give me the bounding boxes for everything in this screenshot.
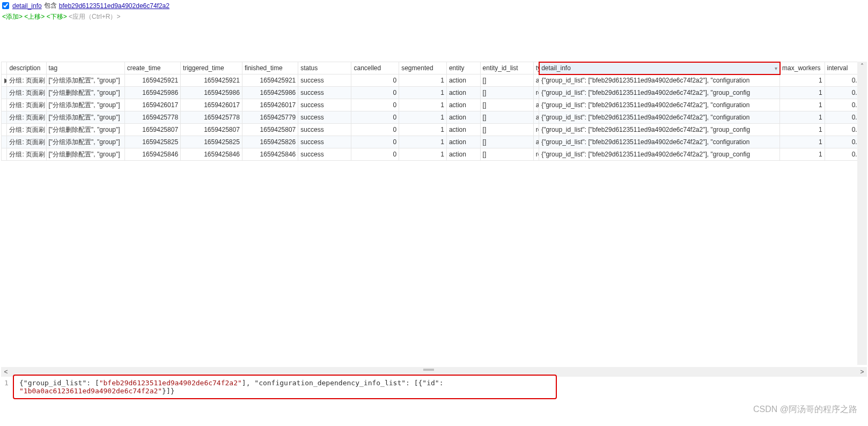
cell-cancelled[interactable]: 0 — [351, 136, 399, 148]
cell-max_workers[interactable]: 1 — [780, 111, 825, 124]
cell-detail_info[interactable]: {"group_id_list": ["bfeb29d6123511ed9a49… — [539, 148, 780, 161]
cell-entity[interactable]: action — [446, 136, 480, 148]
cell-create_time[interactable]: 1659425807 — [124, 124, 180, 136]
cell-finished_time[interactable]: 1659425921 — [242, 74, 298, 87]
cell-entity_id_list[interactable]: [] — [480, 111, 533, 124]
cell-detail_info[interactable]: {"group_id_list": ["bfeb29d6123511ed9a49… — [539, 136, 780, 148]
column-header-tag[interactable]: tag — [46, 62, 124, 74]
column-header-ptr[interactable] — [2, 62, 7, 74]
cell-status[interactable]: success — [298, 136, 351, 148]
column-header-segmented[interactable]: segmented — [399, 62, 447, 74]
column-header-description[interactable]: description — [7, 62, 46, 74]
scroll-up-icon[interactable]: ˄ — [857, 62, 867, 71]
cell-triggered_time[interactable]: 1659425986 — [181, 87, 242, 99]
cell-ptr[interactable] — [2, 136, 7, 148]
cell-cancelled[interactable]: 0 — [351, 99, 399, 111]
table-row[interactable]: 分组: 页面刷["分组删除配置", "group"]16594259861659… — [2, 87, 867, 99]
cell-entity_id_list[interactable]: [] — [480, 136, 533, 148]
cell-triggered_time[interactable]: 1659425921 — [181, 74, 242, 87]
column-header-finished_time[interactable]: finished_time — [242, 62, 298, 74]
cell-status[interactable]: success — [298, 148, 351, 161]
cell-entity_id_list[interactable]: [] — [480, 99, 533, 111]
filter-icon[interactable]: ▾ — [775, 65, 777, 71]
cell-triggered_time[interactable]: 1659425807 — [181, 124, 242, 136]
cell-finished_time[interactable]: 1659425846 — [242, 148, 298, 161]
cell-max_workers[interactable]: 1 — [780, 99, 825, 111]
cell-segmented[interactable]: 1 — [399, 148, 447, 161]
cell-ptr[interactable] — [2, 99, 7, 111]
cell-detail_info[interactable]: {"group_id_list": ["bfeb29d6123511ed9a49… — [539, 74, 780, 87]
cell-tag[interactable]: ["分组删除配置", "group"] — [46, 148, 124, 161]
cell-status[interactable]: success — [298, 74, 351, 87]
cell-tag[interactable]: ["分组添加配置", "group"] — [46, 99, 124, 111]
column-header-type_col[interactable]: ty — [533, 62, 539, 74]
cell-description[interactable]: 分组: 页面刷 — [7, 87, 46, 99]
cell-finished_time[interactable]: 1659425986 — [242, 87, 298, 99]
cell-triggered_time[interactable]: 1659425778 — [181, 111, 242, 124]
cell-description[interactable]: 分组: 页面刷 — [7, 74, 46, 87]
cell-finished_time[interactable]: 1659425807 — [242, 124, 298, 136]
cell-detail_info[interactable]: {"group_id_list": ["bfeb29d6123511ed9a49… — [539, 99, 780, 111]
cell-type_col[interactable]: re — [533, 87, 539, 99]
column-header-triggered_time[interactable]: triggered_time — [181, 62, 242, 74]
cell-max_workers[interactable]: 1 — [780, 87, 825, 99]
cell-type_col[interactable]: re — [533, 124, 539, 136]
cell-tag[interactable]: ["分组删除配置", "group"] — [46, 87, 124, 99]
cell-segmented[interactable]: 1 — [399, 124, 447, 136]
cell-max_workers[interactable]: 1 — [780, 124, 825, 136]
column-header-create_time[interactable]: create_time — [124, 62, 180, 74]
cell-cancelled[interactable]: 0 — [351, 124, 399, 136]
cell-finished_time[interactable]: 1659426017 — [242, 99, 298, 111]
scroll-right-icon[interactable]: > — [857, 367, 867, 377]
cell-description[interactable]: 分组: 页面刷 — [7, 124, 46, 136]
cell-create_time[interactable]: 1659425825 — [124, 136, 180, 148]
cell-finished_time[interactable]: 1659425779 — [242, 111, 298, 124]
add-action[interactable]: <添加> — [2, 13, 23, 20]
cell-entity[interactable]: action — [446, 148, 480, 161]
cell-ptr[interactable] — [2, 87, 7, 99]
column-header-max_workers[interactable]: max_workers — [780, 62, 825, 74]
cell-max_workers[interactable]: 1 — [780, 136, 825, 148]
column-header-entity_id_list[interactable]: entity_id_list — [480, 62, 533, 74]
cell-description[interactable]: 分组: 页面刷 — [7, 136, 46, 148]
column-header-entity[interactable]: entity — [446, 62, 480, 74]
cell-entity[interactable]: action — [446, 111, 480, 124]
cell-tag[interactable]: ["分组添加配置", "group"] — [46, 74, 124, 87]
cell-description[interactable]: 分组: 页面刷 — [7, 111, 46, 124]
table-row[interactable]: 分组: 页面刷["分组删除配置", "group"]16594258071659… — [2, 124, 867, 136]
cell-type_col[interactable]: re — [533, 148, 539, 161]
cell-create_time[interactable]: 1659425986 — [124, 87, 180, 99]
cell-segmented[interactable]: 1 — [399, 111, 447, 124]
column-header-detail_info[interactable]: detail_info▾ — [539, 62, 780, 74]
cell-max_workers[interactable]: 1 — [780, 148, 825, 161]
cell-entity_id_list[interactable]: [] — [480, 87, 533, 99]
column-header-status[interactable]: status — [298, 62, 351, 74]
cell-triggered_time[interactable]: 1659426017 — [181, 99, 242, 111]
table-row[interactable]: 分组: 页面刷["分组添加配置", "group"]16594258251659… — [2, 136, 867, 148]
cell-status[interactable]: success — [298, 124, 351, 136]
cell-segmented[interactable]: 1 — [399, 87, 447, 99]
apply-action[interactable]: <应用（Ctrl+R）> — [69, 13, 120, 20]
cell-entity[interactable]: action — [446, 124, 480, 136]
cell-detail_info[interactable]: {"group_id_list": ["bfeb29d6123511ed9a49… — [539, 111, 780, 124]
cell-cancelled[interactable]: 0 — [351, 87, 399, 99]
cell-detail_info[interactable]: {"group_id_list": ["bfeb29d6123511ed9a49… — [539, 87, 780, 99]
filter-enable-checkbox[interactable] — [2, 2, 9, 9]
cell-cancelled[interactable]: 0 — [351, 74, 399, 87]
cell-finished_time[interactable]: 1659425826 — [242, 136, 298, 148]
cell-entity[interactable]: action — [446, 74, 480, 87]
cell-tag[interactable]: ["分组删除配置", "group"] — [46, 124, 124, 136]
cell-description[interactable]: 分组: 页面刷 — [7, 99, 46, 111]
cell-max_workers[interactable]: 1 — [780, 74, 825, 87]
table-row[interactable]: 分组: 页面刷["分组添加配置", "group"]16594260171659… — [2, 99, 867, 111]
cell-ptr[interactable]: ▶ — [2, 74, 7, 87]
cell-cancelled[interactable]: 0 — [351, 148, 399, 161]
cell-segmented[interactable]: 1 — [399, 136, 447, 148]
cell-entity[interactable]: action — [446, 99, 480, 111]
scroll-left-icon[interactable]: < — [1, 367, 11, 377]
cell-triggered_time[interactable]: 1659425846 — [181, 148, 242, 161]
cell-create_time[interactable]: 1659425846 — [124, 148, 180, 161]
cell-triggered_time[interactable]: 1659425825 — [181, 136, 242, 148]
cell-entity_id_list[interactable]: [] — [480, 124, 533, 136]
cell-segmented[interactable]: 1 — [399, 74, 447, 87]
